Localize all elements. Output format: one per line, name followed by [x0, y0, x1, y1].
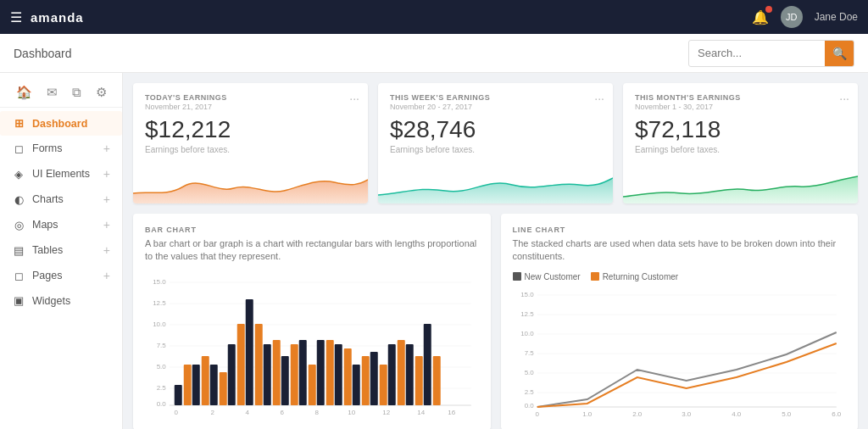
svg-text:2: 2	[211, 409, 215, 416]
legend-label-returning: Returning Customer	[603, 272, 678, 281]
forms-icon: ◻	[12, 142, 25, 155]
sidebar-mail-icon[interactable]: ✉	[47, 85, 58, 100]
sidebar-item-maps[interactable]: ◎ Maps +	[0, 212, 122, 237]
svg-text:5.0: 5.0	[782, 410, 792, 418]
sidebar-item-dashboard[interactable]: ⊞ Dashboard	[0, 111, 122, 136]
card-date-week: November 20 - 27, 2017	[390, 103, 601, 111]
sidebar-home-icon[interactable]: 🏠	[16, 85, 32, 100]
svg-text:12.5: 12.5	[153, 299, 166, 307]
card-amount-week: $28,746	[390, 116, 601, 143]
svg-text:8: 8	[315, 409, 320, 416]
legend-returning-customer: Returning Customer	[591, 272, 678, 281]
todays-earnings-card: ··· TODAY'S EARNINGS November 21, 2017 $…	[133, 83, 368, 203]
line-chart-section-label: LINE CHART	[513, 226, 847, 234]
svg-rect-22	[317, 340, 325, 405]
svg-rect-35	[291, 344, 298, 405]
svg-rect-39	[362, 356, 370, 405]
card-amount-today: $12,212	[145, 116, 356, 143]
card-sub-today: Earnings before taxes.	[145, 145, 356, 154]
svg-text:0.0: 0.0	[524, 402, 534, 410]
maps-expand-icon[interactable]: +	[103, 218, 110, 231]
search-wrapper: 🔍	[688, 40, 854, 67]
avatar[interactable]: JD	[781, 6, 803, 28]
maps-icon: ◎	[12, 219, 25, 231]
sidebar-item-pages[interactable]: ◻ Pages +	[0, 263, 122, 288]
legend-dot-new	[513, 272, 521, 281]
svg-rect-20	[281, 356, 289, 405]
pages-expand-icon[interactable]: +	[103, 269, 110, 282]
card-sub-month: Earnings before taxes.	[635, 145, 846, 154]
svg-rect-19	[264, 344, 271, 405]
svg-text:0: 0	[175, 409, 179, 416]
main-content: ··· TODAY'S EARNINGS November 21, 2017 $…	[123, 73, 868, 429]
search-button[interactable]: 🔍	[825, 40, 854, 67]
search-input[interactable]	[689, 47, 825, 59]
sidebar-item-charts[interactable]: ◐ Charts +	[0, 187, 122, 212]
svg-text:5.0: 5.0	[524, 369, 534, 376]
svg-rect-37	[326, 340, 334, 405]
svg-text:7.5: 7.5	[524, 349, 534, 357]
sidebar-item-forms[interactable]: ◻ Forms +	[0, 136, 122, 161]
svg-text:2.5: 2.5	[157, 384, 167, 392]
bar-chart-description: A bar chart or bar graph is a chart with…	[145, 237, 479, 264]
header-bar: Dashboard 🔍	[0, 34, 868, 73]
svg-text:0.0: 0.0	[157, 400, 167, 408]
svg-rect-42	[415, 356, 423, 405]
svg-rect-16	[210, 365, 218, 405]
svg-rect-14	[175, 385, 182, 405]
top-navigation: ☰ amanda 🔔 JD Jane Doe	[0, 0, 868, 34]
svg-rect-28	[424, 324, 431, 405]
sidebar-label-dashboard: Dashboard	[32, 118, 87, 130]
weekly-earnings-card: ··· THIS WEEK'S EARNINGS November 20 - 2…	[378, 83, 613, 203]
page-title: Dashboard	[14, 47, 72, 60]
hamburger-icon[interactable]: ☰	[10, 9, 22, 25]
card-label-today: TODAY'S EARNINGS	[145, 93, 356, 102]
card-amount-month: $72,118	[635, 116, 846, 143]
svg-text:12: 12	[382, 409, 390, 416]
card-date-month: November 1 - 30, 2017	[635, 103, 846, 111]
sidebar-gear-icon[interactable]: ⚙	[96, 85, 107, 100]
card-menu-today[interactable]: ···	[349, 92, 359, 105]
svg-rect-17	[228, 344, 236, 405]
svg-rect-18	[246, 299, 253, 405]
charts-expand-icon[interactable]: +	[103, 192, 110, 206]
svg-text:14: 14	[417, 409, 425, 416]
svg-text:16: 16	[448, 409, 455, 416]
card-sub-week: Earnings before taxes.	[390, 145, 601, 154]
svg-rect-15	[192, 365, 200, 405]
forms-expand-icon[interactable]: +	[103, 142, 110, 155]
svg-rect-43	[433, 356, 441, 405]
widgets-icon: ▣	[12, 294, 25, 307]
charts-row: BAR CHART A bar chart or bar graph is a …	[133, 214, 858, 429]
svg-rect-32	[237, 324, 245, 405]
notification-bell[interactable]: 🔔	[752, 9, 769, 25]
card-chart-month	[623, 161, 858, 203]
legend-new-customer: New Customer	[513, 272, 581, 281]
sidebar-label-pages: Pages	[32, 270, 62, 281]
dashboard-icon: ⊞	[12, 117, 25, 130]
sidebar-icon-bar: 🏠 ✉ ⧉ ⚙	[0, 78, 122, 108]
sidebar-label-ui-elements: UI Elements	[32, 168, 90, 180]
svg-rect-36	[309, 365, 316, 405]
svg-rect-21	[299, 340, 307, 405]
sidebar-label-widgets: Widgets	[32, 295, 70, 307]
card-menu-month[interactable]: ···	[839, 92, 849, 105]
svg-rect-33	[255, 324, 263, 405]
charts-icon: ◐	[12, 193, 25, 206]
card-menu-week[interactable]: ···	[594, 92, 604, 105]
tables-expand-icon[interactable]: +	[103, 243, 110, 257]
line-chart-legend: New Customer Returning Customer	[513, 272, 847, 281]
svg-text:10.0: 10.0	[153, 320, 166, 328]
ui-elements-expand-icon[interactable]: +	[103, 167, 110, 181]
sidebar-item-tables[interactable]: ▤ Tables +	[0, 237, 122, 263]
sidebar-item-widgets[interactable]: ▣ Widgets	[0, 288, 122, 313]
card-date-today: November 21, 2017	[145, 103, 356, 111]
sidebar-item-ui-elements[interactable]: ◈ UI Elements +	[0, 161, 122, 187]
line-chart-description: The stacked charts are used when data se…	[513, 237, 847, 264]
sidebar-layers-icon[interactable]: ⧉	[72, 85, 81, 100]
svg-text:10: 10	[348, 409, 355, 416]
svg-text:10.0: 10.0	[520, 330, 534, 337]
svg-rect-25	[370, 352, 378, 405]
brand-name: amanda	[31, 10, 84, 25]
svg-text:5.0: 5.0	[157, 363, 167, 370]
